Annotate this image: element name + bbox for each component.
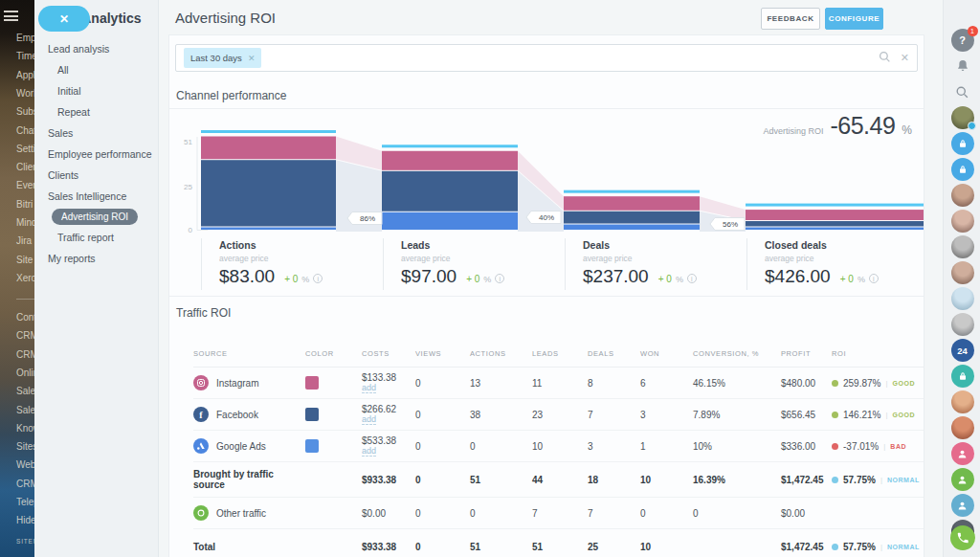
- profit-cell: $0.00: [781, 508, 832, 519]
- rail-item-onlin-3[interactable]: Onlin: [16, 368, 34, 378]
- menu-item-repeat[interactable]: Repeat: [34, 101, 159, 123]
- lock-icon[interactable]: [951, 365, 974, 388]
- rail-item-web-8[interactable]: Web: [16, 459, 34, 470]
- deals-cell: 18: [588, 475, 640, 485]
- color-swatch[interactable]: [305, 376, 319, 390]
- rail-item-cont-0[interactable]: Cont: [16, 312, 34, 323]
- add-costs-link[interactable]: add: [362, 446, 376, 457]
- rail-item-crm-9[interactable]: CRM: [16, 479, 34, 489]
- rail-item-bitri[interactable]: Bitri: [16, 199, 34, 210]
- menu-item-employee-performance[interactable]: Employee performance: [34, 144, 159, 165]
- rail-item-telep-10[interactable]: Telep: [16, 497, 34, 507]
- avatar[interactable]: [951, 106, 974, 129]
- page-title: Advertising ROI: [175, 10, 276, 26]
- lock-icon[interactable]: [951, 158, 974, 181]
- info-icon[interactable]: i: [313, 274, 323, 283]
- rail-item-sales-5[interactable]: Sales: [16, 405, 34, 415]
- roi-value: 146.21%: [843, 410, 880, 420]
- color-swatch[interactable]: [305, 408, 319, 421]
- avatar[interactable]: [951, 287, 974, 310]
- menu-item-initial[interactable]: Initial: [34, 80, 159, 101]
- avatar[interactable]: [951, 390, 974, 413]
- person-icon[interactable]: [951, 442, 974, 465]
- table-row-brought-by-traffic-source[interactable]: Brought by traffic source$933.3805144181…: [193, 462, 924, 498]
- roi-value: -37.01%: [843, 441, 879, 452]
- info-icon[interactable]: i: [687, 274, 697, 283]
- costs-cell: $533.38add: [362, 435, 415, 457]
- rail-item-clien[interactable]: Clien: [16, 162, 34, 172]
- lock-icon[interactable]: [951, 132, 974, 155]
- menu-item-lead-analysis[interactable]: Lead analysis: [34, 38, 159, 59]
- search-icon[interactable]: [951, 80, 974, 103]
- rail-item-setti[interactable]: Setti: [16, 144, 34, 154]
- rail-item-jira-i[interactable]: Jira I: [16, 235, 34, 246]
- info-icon[interactable]: i: [495, 274, 504, 283]
- search-icon[interactable]: [879, 50, 891, 67]
- conversion-cell: 7.89%: [693, 410, 781, 420]
- avatar[interactable]: [951, 184, 974, 207]
- menu-item-clients[interactable]: Clients: [34, 165, 159, 186]
- rail-item-sales-4[interactable]: Sales: [16, 386, 34, 396]
- rail-item-mind[interactable]: Mind: [16, 217, 34, 228]
- table-row-total[interactable]: Total$933.38051512510$1,472.4557.75%|NOR…: [193, 529, 924, 557]
- help-icon[interactable]: ?1: [951, 29, 974, 52]
- rail-item-xero[interactable]: Xero: [16, 273, 34, 283]
- table-row-other-traffic[interactable]: Other traffic$0.00007700$0.00: [193, 498, 924, 529]
- person-icon[interactable]: [951, 494, 974, 517]
- rail-item-hide-11[interactable]: Hide: [16, 515, 34, 525]
- filter-chip[interactable]: Last 30 days ✕: [184, 48, 261, 68]
- sitemap-link[interactable]: SITEMA: [16, 538, 34, 545]
- rail-item-even[interactable]: Even: [16, 180, 34, 190]
- phone-call-button[interactable]: [950, 525, 975, 550]
- add-costs-link[interactable]: add: [362, 414, 376, 425]
- clear-filter-icon[interactable]: ✕: [901, 52, 909, 64]
- rail-item-worl[interactable]: Worl: [16, 88, 34, 99]
- column-header-won: WON: [640, 349, 693, 358]
- chip-remove-icon[interactable]: ✕: [248, 54, 256, 63]
- rail-item-site[interactable]: Site: [16, 255, 34, 265]
- rail-item-time[interactable]: Time: [16, 51, 34, 61]
- roi-cell: 57.75%|NORMAL: [832, 475, 924, 485]
- menu-item-all[interactable]: All: [34, 59, 159, 80]
- avatar[interactable]: [951, 416, 974, 439]
- avatar[interactable]: [951, 210, 974, 233]
- bell-icon[interactable]: [951, 55, 974, 78]
- avatar[interactable]: [951, 313, 974, 336]
- rail-item-sites-7[interactable]: Sites: [16, 441, 34, 452]
- report-panel: Last 30 days ✕ ✕ Channel performance Adv…: [168, 34, 924, 557]
- menu-item-label: Sales: [48, 127, 73, 139]
- table-row-instagram[interactable]: Instagram$133.38add013118646.15%$480.002…: [193, 368, 924, 399]
- filter-search-bar[interactable]: Last 30 days ✕ ✕: [175, 44, 918, 72]
- rail-item-crm-2[interactable]: CRM: [16, 349, 34, 360]
- person-icon[interactable]: [951, 468, 974, 491]
- info-icon[interactable]: i: [869, 274, 879, 283]
- rail-item-know-6[interactable]: Know: [16, 423, 34, 434]
- rail-item-crm-1[interactable]: CRM: [16, 330, 34, 341]
- add-costs-link[interactable]: add: [362, 383, 376, 393]
- rail-item-emp[interactable]: Emp: [16, 33, 34, 43]
- rail-item-appl[interactable]: Appl: [16, 70, 34, 80]
- configure-button[interactable]: CONFIGURE: [825, 8, 883, 30]
- leads-cell: 11: [532, 378, 588, 389]
- actions-cell: 13: [470, 378, 532, 389]
- color-swatch[interactable]: [305, 439, 319, 453]
- rail-item-subs[interactable]: Subs: [16, 106, 34, 117]
- feedback-button[interactable]: FEEDBACK: [761, 8, 820, 30]
- menu-item-sales-intelligence[interactable]: Sales Intelligence: [34, 186, 159, 207]
- instagram-icon: [193, 375, 209, 390]
- right-sidebar: ?124: [943, 0, 980, 557]
- close-menu-button[interactable]: ✕: [38, 6, 90, 32]
- table-row-facebook[interactable]: fFacebook$266.62add03823737.89%$656.4514…: [193, 399, 924, 431]
- menu-item-advertising-roi[interactable]: Advertising ROI: [34, 209, 159, 225]
- number-icon[interactable]: 24: [951, 339, 974, 362]
- menu-item-sales[interactable]: Sales: [34, 123, 159, 144]
- menu-item-traffic-report[interactable]: Traffic report: [34, 227, 159, 248]
- rail-item-chat[interactable]: Chat: [16, 125, 34, 136]
- table-row-google-ads[interactable]: Google Ads$533.38add00103110%$336.00-37.…: [193, 431, 924, 462]
- avatar[interactable]: [951, 235, 974, 258]
- costs-cell: $933.38: [362, 475, 415, 485]
- avatar[interactable]: [951, 261, 974, 284]
- stat-label: Closed deals: [765, 239, 922, 251]
- hamburger-menu-icon[interactable]: [4, 11, 18, 21]
- menu-item-my-reports[interactable]: My reports: [34, 248, 159, 269]
